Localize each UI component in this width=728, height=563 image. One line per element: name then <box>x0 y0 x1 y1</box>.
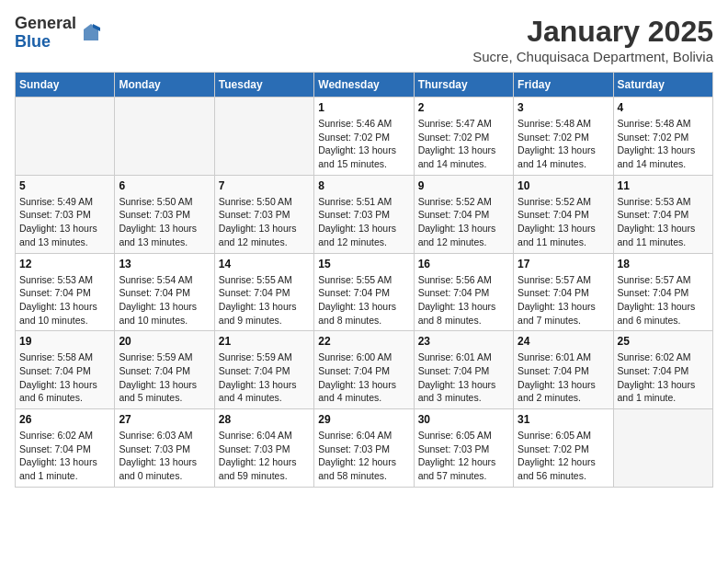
day-info: Sunrise: 5:54 AM Sunset: 7:04 PM Dayligh… <box>119 273 210 327</box>
calendar-cell <box>115 98 214 176</box>
day-info: Sunrise: 5:59 AM Sunset: 7:04 PM Dayligh… <box>219 350 310 405</box>
day-number: 13 <box>119 258 210 270</box>
page-header: General Blue January 2025 Sucre, Chuquis… <box>15 15 713 64</box>
calendar-week-1: 1Sunrise: 5:46 AM Sunset: 7:02 PM Daylig… <box>16 98 713 176</box>
calendar-header-row: SundayMondayTuesdayWednesdayThursdayFrid… <box>16 73 713 98</box>
day-header-tuesday: Tuesday <box>214 73 313 98</box>
calendar-cell: 30Sunrise: 6:05 AM Sunset: 7:03 PM Dayli… <box>414 409 513 488</box>
day-number: 6 <box>119 179 210 192</box>
logo-icon <box>80 22 102 44</box>
calendar-cell: 12Sunrise: 5:53 AM Sunset: 7:04 PM Dayli… <box>16 253 115 331</box>
calendar-cell: 10Sunrise: 5:52 AM Sunset: 7:04 PM Dayli… <box>514 175 613 253</box>
day-info: Sunrise: 5:53 AM Sunset: 7:04 PM Dayligh… <box>19 273 110 327</box>
calendar-cell: 20Sunrise: 5:59 AM Sunset: 7:04 PM Dayli… <box>115 331 214 409</box>
day-number: 19 <box>19 335 110 348</box>
day-number: 12 <box>19 258 110 270</box>
calendar-week-2: 5Sunrise: 5:49 AM Sunset: 7:03 PM Daylig… <box>16 175 713 253</box>
day-info: Sunrise: 5:56 AM Sunset: 7:04 PM Dayligh… <box>418 273 509 327</box>
logo-general-text: General <box>15 15 76 33</box>
day-info: Sunrise: 6:05 AM Sunset: 7:02 PM Dayligh… <box>518 429 609 483</box>
day-info: Sunrise: 6:01 AM Sunset: 7:04 PM Dayligh… <box>518 350 609 405</box>
day-header-wednesday: Wednesday <box>314 73 414 98</box>
day-info: Sunrise: 5:58 AM Sunset: 7:04 PM Dayligh… <box>19 350 110 405</box>
day-number: 18 <box>618 258 709 270</box>
day-info: Sunrise: 6:02 AM Sunset: 7:04 PM Dayligh… <box>618 350 709 405</box>
day-info: Sunrise: 6:02 AM Sunset: 7:04 PM Dayligh… <box>19 429 110 483</box>
day-number: 28 <box>219 413 310 426</box>
day-number: 1 <box>318 101 409 114</box>
day-info: Sunrise: 5:49 AM Sunset: 7:03 PM Dayligh… <box>19 195 110 249</box>
day-number: 27 <box>119 413 210 426</box>
day-info: Sunrise: 5:48 AM Sunset: 7:02 PM Dayligh… <box>518 117 609 171</box>
day-info: Sunrise: 6:04 AM Sunset: 7:03 PM Dayligh… <box>318 429 409 483</box>
day-info: Sunrise: 5:52 AM Sunset: 7:04 PM Dayligh… <box>418 195 509 249</box>
day-info: Sunrise: 5:50 AM Sunset: 7:03 PM Dayligh… <box>219 195 310 249</box>
day-info: Sunrise: 5:48 AM Sunset: 7:02 PM Dayligh… <box>618 117 709 171</box>
calendar-cell: 21Sunrise: 5:59 AM Sunset: 7:04 PM Dayli… <box>214 331 313 409</box>
day-number: 8 <box>318 179 409 192</box>
day-number: 20 <box>119 335 210 348</box>
calendar-week-3: 12Sunrise: 5:53 AM Sunset: 7:04 PM Dayli… <box>16 253 713 331</box>
logo: General Blue <box>15 15 102 52</box>
calendar-cell: 2Sunrise: 5:47 AM Sunset: 7:02 PM Daylig… <box>414 98 513 176</box>
calendar-cell: 25Sunrise: 6:02 AM Sunset: 7:04 PM Dayli… <box>613 331 712 409</box>
day-info: Sunrise: 6:00 AM Sunset: 7:04 PM Dayligh… <box>318 350 409 405</box>
calendar-cell: 19Sunrise: 5:58 AM Sunset: 7:04 PM Dayli… <box>16 331 115 409</box>
calendar-cell: 8Sunrise: 5:51 AM Sunset: 7:03 PM Daylig… <box>314 175 414 253</box>
calendar-week-5: 26Sunrise: 6:02 AM Sunset: 7:04 PM Dayli… <box>16 409 713 488</box>
day-number: 7 <box>219 179 310 192</box>
day-header-monday: Monday <box>115 73 214 98</box>
day-number: 5 <box>19 179 110 192</box>
day-number: 23 <box>418 335 509 348</box>
calendar-cell: 24Sunrise: 6:01 AM Sunset: 7:04 PM Dayli… <box>514 331 613 409</box>
calendar-cell <box>214 98 313 176</box>
day-info: Sunrise: 5:53 AM Sunset: 7:04 PM Dayligh… <box>618 195 709 249</box>
calendar-cell: 9Sunrise: 5:52 AM Sunset: 7:04 PM Daylig… <box>414 175 513 253</box>
day-number: 3 <box>518 101 609 114</box>
day-number: 4 <box>618 101 709 114</box>
day-info: Sunrise: 5:55 AM Sunset: 7:04 PM Dayligh… <box>318 273 409 327</box>
day-number: 16 <box>418 258 509 270</box>
day-number: 31 <box>518 413 609 426</box>
calendar-cell: 6Sunrise: 5:50 AM Sunset: 7:03 PM Daylig… <box>115 175 214 253</box>
day-info: Sunrise: 5:57 AM Sunset: 7:04 PM Dayligh… <box>618 273 709 327</box>
calendar-cell: 27Sunrise: 6:03 AM Sunset: 7:03 PM Dayli… <box>115 409 214 488</box>
day-info: Sunrise: 5:47 AM Sunset: 7:02 PM Dayligh… <box>418 117 509 171</box>
day-number: 29 <box>318 413 409 426</box>
calendar-cell: 3Sunrise: 5:48 AM Sunset: 7:02 PM Daylig… <box>514 98 613 176</box>
month-title: January 2025 <box>472 15 713 49</box>
day-number: 17 <box>518 258 609 270</box>
calendar-week-4: 19Sunrise: 5:58 AM Sunset: 7:04 PM Dayli… <box>16 331 713 409</box>
day-number: 22 <box>318 335 409 348</box>
calendar-cell: 16Sunrise: 5:56 AM Sunset: 7:04 PM Dayli… <box>414 253 513 331</box>
calendar-table: SundayMondayTuesdayWednesdayThursdayFrid… <box>15 72 713 488</box>
calendar-cell: 14Sunrise: 5:55 AM Sunset: 7:04 PM Dayli… <box>214 253 313 331</box>
calendar-cell: 18Sunrise: 5:57 AM Sunset: 7:04 PM Dayli… <box>613 253 712 331</box>
day-number: 30 <box>418 413 509 426</box>
day-number: 15 <box>318 258 409 270</box>
calendar-cell <box>16 98 115 176</box>
calendar-cell <box>613 409 712 488</box>
day-info: Sunrise: 5:59 AM Sunset: 7:04 PM Dayligh… <box>119 350 210 405</box>
calendar-cell: 1Sunrise: 5:46 AM Sunset: 7:02 PM Daylig… <box>314 98 414 176</box>
day-info: Sunrise: 5:46 AM Sunset: 7:02 PM Dayligh… <box>318 117 409 171</box>
day-info: Sunrise: 5:57 AM Sunset: 7:04 PM Dayligh… <box>518 273 609 327</box>
calendar-cell: 28Sunrise: 6:04 AM Sunset: 7:03 PM Dayli… <box>214 409 313 488</box>
calendar-cell: 7Sunrise: 5:50 AM Sunset: 7:03 PM Daylig… <box>214 175 313 253</box>
day-info: Sunrise: 6:05 AM Sunset: 7:03 PM Dayligh… <box>418 429 509 483</box>
day-info: Sunrise: 5:52 AM Sunset: 7:04 PM Dayligh… <box>518 195 609 249</box>
calendar-cell: 31Sunrise: 6:05 AM Sunset: 7:02 PM Dayli… <box>514 409 613 488</box>
day-number: 26 <box>19 413 110 426</box>
day-header-saturday: Saturday <box>613 73 712 98</box>
day-number: 21 <box>219 335 310 348</box>
day-info: Sunrise: 6:04 AM Sunset: 7:03 PM Dayligh… <box>219 429 310 483</box>
location-title: Sucre, Chuquisaca Department, Bolivia <box>472 49 713 64</box>
day-info: Sunrise: 6:03 AM Sunset: 7:03 PM Dayligh… <box>119 429 210 483</box>
title-block: January 2025 Sucre, Chuquisaca Departmen… <box>472 15 713 64</box>
day-header-sunday: Sunday <box>16 73 115 98</box>
calendar-cell: 17Sunrise: 5:57 AM Sunset: 7:04 PM Dayli… <box>514 253 613 331</box>
calendar-cell: 4Sunrise: 5:48 AM Sunset: 7:02 PM Daylig… <box>613 98 712 176</box>
calendar-cell: 23Sunrise: 6:01 AM Sunset: 7:04 PM Dayli… <box>414 331 513 409</box>
calendar-cell: 22Sunrise: 6:00 AM Sunset: 7:04 PM Dayli… <box>314 331 414 409</box>
day-number: 25 <box>618 335 709 348</box>
